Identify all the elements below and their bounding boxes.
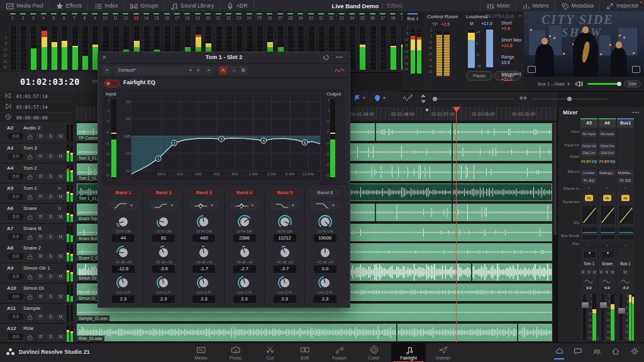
track-m-button[interactable]: M xyxy=(57,214,65,220)
bus-send-add[interactable]: + xyxy=(599,243,615,248)
collaboration-icon[interactable] xyxy=(592,347,601,357)
gain-value[interactable]: -1.7 xyxy=(192,265,215,273)
q-knob[interactable] xyxy=(196,275,211,290)
trackfx-chip[interactable]: Dial Lev xyxy=(599,150,615,156)
effect-slot[interactable]: FL EQ xyxy=(618,177,633,184)
mixer-options-icon[interactable]: ••• xyxy=(633,109,640,115)
band-enable-button[interactable]: Band 5 xyxy=(269,189,301,197)
trackfx-chip[interactable]: Voice Iso xyxy=(581,143,597,149)
track-s-button[interactable]: S xyxy=(47,234,55,240)
page-tab-deliver[interactable]: Deliver xyxy=(426,343,460,362)
band-shape-dropdown[interactable]: ▼ xyxy=(188,201,219,210)
toolbar-button-mixer[interactable]: Mixer xyxy=(480,0,516,11)
dynamics-graph[interactable] xyxy=(582,205,597,225)
trackfx-chip[interactable]: Voice Iso xyxy=(599,143,615,149)
track-header-A11[interactable]: A11Sample0.0RSM xyxy=(0,304,77,324)
band-shape-dropdown[interactable]: ▼ xyxy=(269,201,301,210)
toolbar-button-media-pool[interactable]: Media Pool xyxy=(0,0,50,11)
track-s-button[interactable]: S xyxy=(47,253,55,260)
automation-icon[interactable] xyxy=(602,278,612,285)
viewer-popout-icon[interactable] xyxy=(632,66,640,73)
input-selector[interactable]: No Input xyxy=(581,131,597,137)
q-knob[interactable] xyxy=(116,275,131,290)
track-m-button[interactable]: M xyxy=(57,234,65,240)
history-icon[interactable] xyxy=(323,54,330,61)
waveform-view-button[interactable] xyxy=(402,94,413,103)
track-s-button[interactable]: S xyxy=(47,314,55,320)
gain-value[interactable]: 0.0 xyxy=(314,265,336,273)
track-volume[interactable]: 0.0 xyxy=(8,293,23,300)
effects-in-toggle[interactable]: in xyxy=(621,195,630,201)
band-enable-button[interactable]: Band 3 xyxy=(188,189,219,197)
prev-preset-button[interactable]: < xyxy=(194,66,203,75)
chat-icon[interactable] xyxy=(574,347,582,357)
strip-m-button[interactable]: M xyxy=(592,270,597,275)
track-r-button[interactable]: R xyxy=(36,234,45,240)
track-header-A9[interactable]: A9Simon Gtr 10.0RSM xyxy=(0,263,77,283)
effect-slot[interactable]: Dialogu... xyxy=(599,170,615,176)
track-m-button[interactable]: M xyxy=(57,314,65,320)
q-value[interactable]: 2.3 xyxy=(314,295,336,303)
track-m-button[interactable]: M xyxy=(57,293,65,300)
fader-track[interactable] xyxy=(601,294,604,341)
track-height-slider-handle[interactable] xyxy=(433,97,437,101)
page-tab-fairlight[interactable]: Fairlight xyxy=(391,343,426,362)
page-tab-media[interactable]: Media xyxy=(184,343,218,362)
dynamics-graph[interactable] xyxy=(618,205,634,225)
q-knob[interactable] xyxy=(237,275,252,290)
options-menu-icon[interactable]: ••• xyxy=(336,54,343,60)
strip-header[interactable]: Bus1 xyxy=(617,118,634,128)
vertical-zoom-button[interactable] xyxy=(420,94,426,103)
track-header-A4[interactable]: A4Tom 20.0RSM xyxy=(0,163,77,184)
timeline-scrollbar[interactable] xyxy=(553,121,557,343)
track-s-button[interactable]: S xyxy=(47,334,55,340)
effect-slot[interactable]: Limiter xyxy=(581,170,597,176)
track-m-button[interactable]: M xyxy=(57,153,65,160)
q-knob[interactable] xyxy=(318,275,333,290)
track-s-button[interactable]: S xyxy=(47,293,55,300)
track-r-button[interactable]: R xyxy=(36,253,45,260)
freq-knob[interactable] xyxy=(156,214,171,229)
dynamics-graph[interactable] xyxy=(600,205,616,225)
gain-value[interactable]: -3.7 xyxy=(274,265,296,273)
input-selector[interactable]: No Input xyxy=(599,131,615,137)
band-enable-button[interactable]: Band 6 xyxy=(309,189,341,197)
lock-icon[interactable] xyxy=(28,134,33,141)
toolbar-button-inspector[interactable]: Inspector xyxy=(599,0,644,11)
track-m-button[interactable]: M xyxy=(57,194,65,200)
lock-icon[interactable] xyxy=(28,154,33,161)
page-tab-photo[interactable]: Photo xyxy=(218,343,253,362)
freq-knob[interactable] xyxy=(237,214,252,229)
strip-s-button[interactable]: S xyxy=(586,270,591,275)
track-height-slider[interactable] xyxy=(433,99,514,99)
toolbar-button-meters[interactable]: Meters xyxy=(516,0,555,11)
strip-r-button[interactable]: R xyxy=(580,270,586,275)
speaker-icon[interactable] xyxy=(575,80,584,87)
track-header-A12[interactable]: A12Ride0.0RSM xyxy=(0,324,77,344)
settings-icon[interactable] xyxy=(630,347,639,357)
lock-icon[interactable] xyxy=(28,334,33,341)
track-header-A2[interactable]: A2Audio 20.0RSM xyxy=(0,123,77,143)
track-volume[interactable]: 0.0 xyxy=(8,334,23,340)
track-header-A8[interactable]: A8Snare 20.0RSM xyxy=(0,243,77,263)
timeline-marker[interactable]: v xyxy=(426,107,428,112)
ab-copy-button[interactable]: → xyxy=(229,66,238,75)
track-volume[interactable]: 0.0 xyxy=(8,234,23,240)
track-header-A5[interactable]: A5Tom 1fx0.0RSM xyxy=(0,184,77,204)
add-effect-button[interactable]: + xyxy=(599,185,615,191)
track-s-button[interactable]: S xyxy=(47,214,55,220)
gain-knob[interactable] xyxy=(116,245,131,260)
timeline-zoom-slider-handle[interactable] xyxy=(567,97,572,101)
track-volume[interactable]: 0.0 xyxy=(8,133,23,140)
track-m-button[interactable]: M xyxy=(57,133,65,140)
band-shape-dropdown[interactable]: ▼ xyxy=(148,201,179,210)
toolbar-button-groups[interactable]: Groups xyxy=(124,0,164,11)
flag-tool[interactable]: ▼ xyxy=(353,94,366,102)
page-tab-fusion[interactable]: Fusion xyxy=(322,343,357,362)
fader-track[interactable] xyxy=(619,294,623,341)
strip-s-button[interactable]: S xyxy=(604,270,609,275)
track-m-button[interactable]: M xyxy=(57,173,65,180)
gain-value[interactable]: -2.7 xyxy=(233,265,256,273)
automation-icon[interactable] xyxy=(584,278,594,285)
track-r-button[interactable]: R xyxy=(36,314,45,320)
